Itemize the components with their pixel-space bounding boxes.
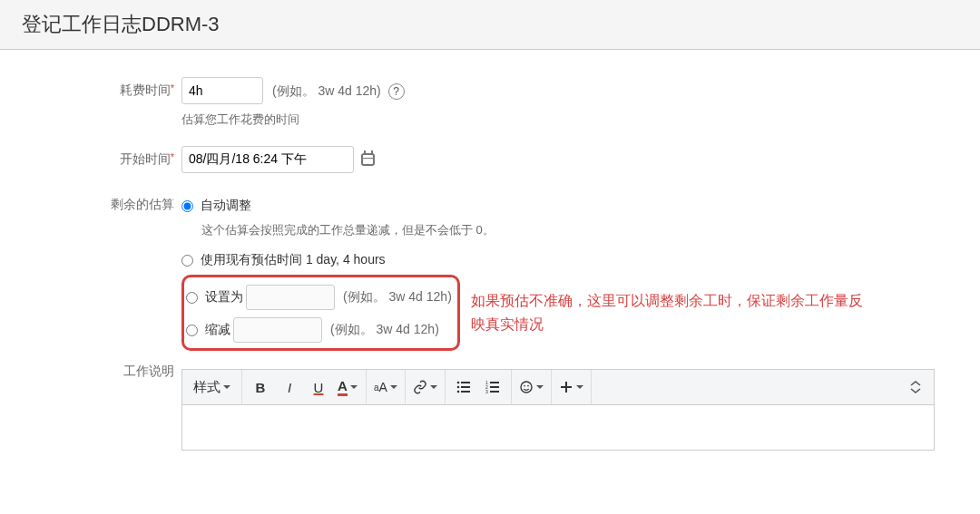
svg-point-14 — [527, 385, 529, 387]
time-spent-label: 耗费时间* — [0, 77, 181, 99]
format-dropdown[interactable]: aA — [370, 373, 401, 401]
remaining-auto-hint: 这个估算会按照完成的工作总量递减，但是不会低于 0。 — [201, 222, 962, 238]
svg-point-0 — [457, 382, 460, 384]
italic-button[interactable]: I — [275, 373, 304, 401]
bullet-list-button[interactable] — [449, 373, 478, 401]
chevron-down-icon — [223, 385, 230, 389]
link-button[interactable] — [409, 373, 441, 401]
work-description-label: 工作说明 — [0, 358, 181, 380]
remaining-reduce-by-radio[interactable] — [186, 325, 198, 336]
time-spent-example: (例如。 3w 4d 12h) — [272, 83, 381, 98]
bold-button[interactable]: B — [246, 373, 275, 401]
svg-point-1 — [457, 386, 460, 389]
remaining-set-to-example: (例如。 3w 4d 12h) — [343, 289, 452, 305]
time-spent-row: 耗费时间* (例如。 3w 4d 12h) ? 估算您工作花费的时间 — [0, 77, 962, 141]
work-description-row: 工作说明 样式 B I U A aA — [0, 358, 962, 451]
remaining-auto-option[interactable]: 自动调整 — [181, 191, 962, 220]
work-description-editor[interactable] — [181, 405, 935, 451]
date-started-label: 开始时间* — [0, 146, 181, 168]
required-star: * — [171, 82, 174, 93]
remaining-reduce-by-input[interactable] — [233, 317, 322, 343]
svg-rect-9 — [490, 382, 499, 383]
time-spent-input[interactable] — [181, 77, 263, 104]
chevron-down-icon — [430, 385, 437, 389]
remaining-set-to-option[interactable]: 设置为 (例如。 3w 4d 12h) — [186, 281, 452, 314]
chevron-down-icon — [350, 385, 358, 389]
svg-rect-3 — [461, 382, 470, 383]
numbered-list-icon: 123 — [485, 380, 500, 394]
collapse-icon — [908, 380, 923, 394]
calendar-icon[interactable] — [361, 153, 375, 166]
chevron-down-icon — [536, 385, 544, 389]
remaining-set-to-radio[interactable] — [186, 292, 198, 304]
svg-text:3: 3 — [485, 389, 488, 394]
svg-rect-4 — [461, 386, 470, 388]
remaining-existing-radio[interactable] — [181, 255, 193, 267]
emoji-button[interactable] — [515, 373, 547, 401]
bullet-list-icon — [456, 380, 471, 394]
svg-point-13 — [524, 385, 525, 387]
svg-point-12 — [521, 382, 532, 393]
svg-rect-10 — [490, 386, 499, 388]
remaining-auto-radio[interactable] — [181, 200, 193, 212]
link-icon — [413, 380, 427, 394]
smile-icon — [519, 380, 534, 394]
date-started-input[interactable] — [181, 146, 354, 173]
remaining-auto-label: 自动调整 — [201, 198, 251, 214]
remaining-set-to-input[interactable] — [246, 285, 335, 310]
remaining-reduce-by-example: (例如。 3w 4d 12h) — [330, 322, 439, 338]
svg-point-2 — [457, 391, 460, 393]
underline-button[interactable]: U — [304, 373, 333, 401]
annotation-highlight-box: 设置为 (例如。 3w 4d 12h) 缩减 (例如。 3w 4d 12h) — [181, 275, 460, 351]
insert-button[interactable] — [555, 373, 587, 401]
remaining-existing-label: 使用现有预估时间 1 day, 4 hours — [201, 252, 386, 268]
text-color-button[interactable]: A — [333, 373, 362, 401]
collapse-toolbar-button[interactable] — [901, 373, 930, 401]
dialog-title: 登记工作日志DDRM-3 — [0, 0, 980, 50]
svg-rect-11 — [490, 391, 499, 393]
chevron-down-icon — [390, 385, 397, 389]
help-icon[interactable]: ? — [388, 83, 405, 100]
numbered-list-button[interactable]: 123 — [478, 373, 507, 401]
editor-toolbar: 样式 B I U A aA — [181, 369, 935, 405]
remaining-reduce-by-option[interactable]: 缩减 (例如。 3w 4d 12h) — [186, 314, 452, 346]
remaining-existing-option[interactable]: 使用现有预估时间 1 day, 4 hours — [181, 246, 962, 275]
style-dropdown[interactable]: 样式 — [186, 373, 238, 401]
remaining-set-to-label: 设置为 — [205, 289, 243, 305]
date-started-row: 开始时间* — [0, 146, 962, 186]
plus-icon — [559, 380, 573, 394]
remaining-reduce-by-label: 缩减 — [205, 322, 230, 338]
svg-rect-5 — [461, 391, 470, 393]
annotation-text: 如果预估不准确，这里可以调整剩余工时，保证剩余工作量反映真实情况 — [471, 289, 870, 335]
time-spent-hint: 估算您工作花费的时间 — [181, 112, 962, 128]
work-log-form: 耗费时间* (例如。 3w 4d 12h) ? 估算您工作花费的时间 开始时间*… — [0, 50, 980, 451]
remaining-estimate-row: 剩余的估算 自动调整 这个估算会按照完成的工作总量递减，但是不会低于 0。 使用… — [0, 191, 962, 351]
required-star: * — [171, 151, 174, 162]
remaining-estimate-label: 剩余的估算 — [0, 191, 181, 213]
chevron-down-icon — [576, 385, 583, 389]
